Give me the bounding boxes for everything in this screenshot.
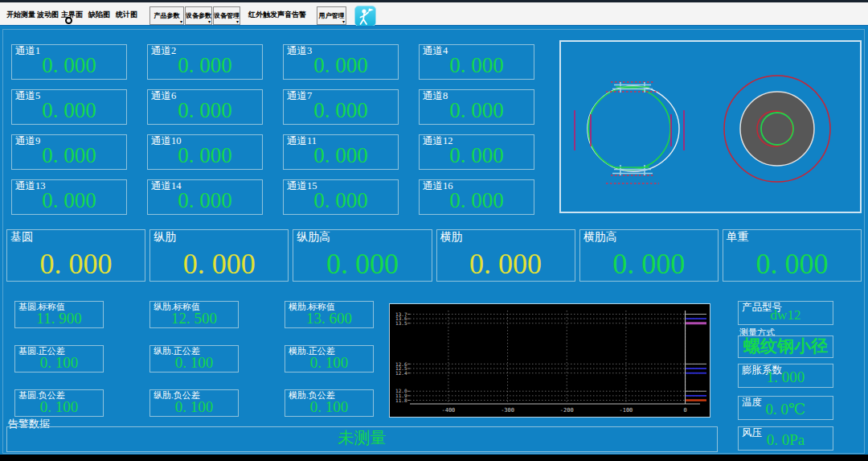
menu-stats-chart[interactable]: 统计图 (116, 10, 137, 20)
product-model-value: dw12 (739, 307, 833, 323)
measurement-box: 横肋0. 000 (436, 229, 575, 282)
parameter-value: 0. 100 (15, 354, 103, 372)
measurement-label: 纵肋高 (297, 230, 330, 244)
figure-with-flag-icon[interactable] (354, 6, 376, 27)
dropdown-arrow-icon: ▾ (180, 19, 182, 24)
parameter-box: 纵肋.负公差0. 100 (149, 389, 239, 417)
channel-box: 通道150. 000 (283, 179, 399, 215)
svg-text:-100: -100 (619, 407, 633, 414)
product-model-box: 产品型号 dw12 (738, 301, 833, 325)
parameter-value: 0. 100 (150, 398, 238, 416)
parameter-box: 纵肋.正公差0. 100 (149, 345, 239, 373)
menu-infrared-trigger[interactable]: 红外触发 (248, 10, 277, 20)
trend-chart-plot: 13.713.613.512.612.512.412.011.911.8-400… (390, 304, 710, 417)
parameter-value: 0. 100 (285, 354, 373, 372)
channel-box: 通道70. 000 (283, 89, 399, 125)
parameter-value: 0. 100 (285, 398, 373, 416)
channel-box: 通道90. 000 (11, 134, 127, 170)
channel-box: 通道120. 000 (419, 134, 534, 170)
svg-text:12.4: 12.4 (395, 370, 407, 376)
measurement-box: 纵肋高0. 000 (293, 229, 432, 282)
channel-value: 0. 000 (12, 188, 126, 213)
parameter-value: 12. 500 (150, 310, 238, 327)
channel-grid: 通道10. 000 通道20. 000 通道30. 000 通道40. 000 … (11, 44, 534, 215)
menu-device-manage-dropdown[interactable]: 设备管理 ▾ (213, 6, 240, 25)
measurement-box: 单重0. 000 (723, 229, 862, 282)
main-panel: 通道10. 000 通道20. 000 通道30. 000 通道40. 000 … (0, 26, 868, 461)
dropdown-arrow-icon: ▾ (342, 19, 345, 24)
channel-value: 0. 000 (148, 98, 262, 123)
alarm-status-value: 未测量 (7, 427, 717, 449)
channel-value: 0. 000 (284, 188, 398, 213)
svg-text:-400: -400 (441, 407, 455, 414)
channel-box: 通道110. 000 (283, 134, 399, 170)
parameter-value: 0. 100 (150, 354, 238, 372)
wind-pressure-value: 0. 0Pa (739, 431, 833, 449)
svg-text:-200: -200 (560, 407, 574, 414)
measurement-label: 横肋 (440, 230, 463, 244)
parameter-box: 基圆.正公差0. 100 (14, 345, 104, 373)
measurement-value: 0. 000 (7, 247, 145, 281)
expansion-coef-box: 膨胀系数 1. 000 (738, 364, 833, 388)
measurement-label: 基圆 (10, 230, 33, 244)
measurement-label: 横肋高 (583, 230, 617, 244)
rebar-graphics-panel (559, 40, 862, 213)
parameter-value: 13. 600 (285, 310, 373, 327)
menu-wave-chart[interactable]: 波动图 (37, 10, 59, 20)
svg-text:-300: -300 (501, 407, 514, 414)
bottom-strip (0, 455, 868, 461)
svg-text:11.8: 11.8 (395, 397, 407, 403)
channel-value: 0. 000 (284, 143, 398, 168)
channel-box: 通道60. 000 (147, 89, 263, 125)
channel-box: 通道80. 000 (419, 89, 534, 125)
rebar-cross-section-diagram (561, 42, 860, 212)
svg-text:13.5: 13.5 (395, 320, 407, 326)
measurement-label: 单重 (727, 230, 749, 244)
channel-value: 0. 000 (12, 143, 126, 168)
menu-sound-alarm[interactable]: 声音告警 (277, 10, 306, 20)
channel-value: 0. 000 (420, 143, 534, 168)
menu-start-measure[interactable]: 开始测量 (6, 10, 35, 20)
channel-value: 0. 000 (284, 98, 398, 123)
menu-user-manage-label: 用户管理 (319, 12, 345, 19)
measurement-row: 基圆0. 000 纵肋0. 000 纵肋高0. 000 横肋0. 000 横肋高… (6, 229, 862, 282)
measurement-value: 0. 000 (293, 247, 431, 281)
parameter-box: 基圆.负公差0. 100 (14, 389, 104, 417)
parameter-box: 横肋.正公差0. 100 (285, 345, 374, 373)
parameter-box: 纵肋.标称值12. 500 (149, 301, 239, 328)
channel-box: 通道160. 000 (419, 179, 534, 215)
channel-value: 0. 000 (284, 53, 398, 78)
measurement-value: 0. 000 (150, 247, 288, 281)
channel-box: 通道10. 000 (11, 44, 127, 80)
menu-device-manage-label: 设备管理 (214, 12, 240, 19)
parameter-box: 横肋.负公差0. 100 (285, 389, 374, 417)
measurement-value: 0. 000 (437, 247, 575, 281)
menu-product-params-dropdown[interactable]: 产品参数 ▾ (149, 6, 184, 25)
channel-value: 0. 000 (148, 143, 262, 168)
measure-mode-box: 螺纹钢小径 (738, 335, 833, 358)
menu-device-params-dropdown[interactable]: 设备参数 ▾ (185, 6, 212, 25)
parameter-grid: 基圆.标称值11. 900 纵肋.标称值12. 500 横肋.标称值13. 60… (14, 301, 374, 417)
channel-box: 通道140. 000 (147, 179, 263, 215)
menu-user-manage-dropdown[interactable]: 用户管理 ▾ (317, 6, 346, 25)
measurement-box: 基圆0. 000 (6, 229, 145, 282)
menu-defect-chart[interactable]: 缺陷图 (88, 10, 110, 20)
measurement-box: 横肋高0. 000 (579, 229, 719, 282)
channel-box: 通道100. 000 (147, 134, 263, 170)
channel-box: 通道130. 000 (11, 179, 127, 215)
svg-text:0: 0 (683, 407, 686, 414)
measurement-value: 0. 000 (723, 247, 861, 281)
channel-value: 0. 000 (420, 53, 534, 78)
trend-chart: 13.713.613.512.612.512.412.011.911.8-400… (389, 303, 710, 418)
channel-value: 0. 000 (420, 188, 534, 213)
channel-value: 0. 000 (12, 98, 126, 123)
menu-bar: 开始测量 波动图 主界面 缺陷图 统计图 产品参数 ▾ 设备参数 ▾ 设备管理 … (0, 2, 868, 27)
measurement-box: 纵肋0. 000 (149, 229, 289, 282)
menu-device-params-label: 设备参数 (186, 12, 211, 19)
channel-box: 通道30. 000 (283, 44, 399, 80)
parameter-value: 11. 900 (15, 310, 103, 327)
channel-box: 通道50. 000 (11, 89, 127, 125)
parameter-box: 基圆.标称值11. 900 (14, 301, 104, 328)
channel-value: 0. 000 (12, 53, 126, 78)
parameter-box: 横肋.标称值13. 600 (285, 301, 374, 328)
